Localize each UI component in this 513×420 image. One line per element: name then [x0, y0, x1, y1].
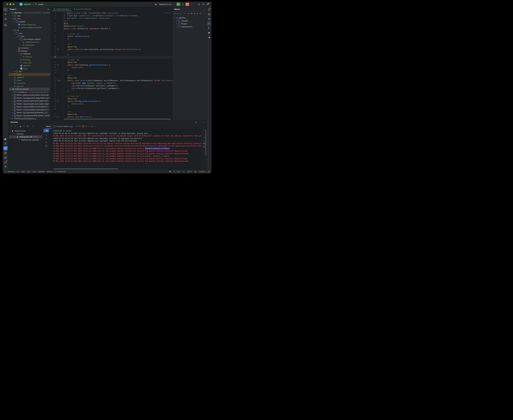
- tree-item-index.html[interactable]: <>index.html: [8, 61, 50, 64]
- code-line-9[interactable]: 9// @WebServlet是一个注解，它告诉服务器这个类是一个Servlet…: [51, 12, 173, 14]
- code-line-24[interactable]: 24@Override: [51, 61, 173, 64]
- more-icon[interactable]: ⋯: [94, 125, 96, 128]
- tree-item-maven-org.junit.jupiter-junit-jupiter-engin[interactable]: ▸Maven: org.junit.jupiter:junit-jupiter-…: [8, 102, 50, 105]
- chevron-collapsed-icon[interactable]: ▸: [9, 118, 11, 119]
- eye-icon[interactable]: ◉: [19, 125, 22, 128]
- tool-database[interactable]: [207, 12, 211, 16]
- code-line-15[interactable]: 15: [51, 30, 173, 32]
- tree-item-webapp[interactable]: ▾webapp: [8, 50, 50, 52]
- breadcrumb-item[interactable]: main: [21, 171, 25, 172]
- tree-item-pom.xml[interactable]: mpom.xml: [8, 85, 50, 88]
- tool-user-help[interactable]: ?: [3, 17, 8, 21]
- tool-terminal[interactable]: [3, 156, 8, 160]
- code-line-37[interactable]: 37↑public String getServletInfo() {: [51, 100, 173, 103]
- refresh-icon[interactable]: ↻: [46, 141, 47, 143]
- tool-maven[interactable]: m: [207, 22, 211, 26]
- deployment-tab[interactable]: ✓ We: [43, 129, 49, 132]
- code-line-23[interactable]: 23: [51, 56, 173, 59]
- tree-item-plugins[interactable]: ▸Plugins: [173, 22, 207, 25]
- editor-tab-pom.xml[interactable]: mpom.xml (WebTest): [73, 7, 93, 11]
- refresh-icon[interactable]: ↻: [174, 12, 176, 15]
- chevron-collapsed-icon[interactable]: ▸: [176, 20, 178, 22]
- tool-structure[interactable]: [3, 23, 8, 27]
- breadcrumb-item[interactable]: com: [33, 171, 36, 172]
- mute-icon[interactable]: ✕: [199, 12, 201, 15]
- code-line-38[interactable]: 38return null;: [51, 103, 173, 105]
- code-line-28[interactable]: 28: [51, 71, 173, 74]
- project-selector[interactable]: WebTest: [24, 3, 31, 5]
- debug-button[interactable]: [181, 3, 185, 6]
- newtab-icon[interactable]: ⊞: [26, 125, 29, 127]
- chevron-collapsed-icon[interactable]: ▸: [11, 94, 14, 96]
- code-inlay-row[interactable]: no usages new *: [51, 59, 173, 61]
- chevron-expanded-icon[interactable]: ▾: [14, 33, 16, 34]
- refresh-icon[interactable]: ↻: [85, 125, 87, 128]
- chevron-collapsed-icon[interactable]: ▸: [11, 109, 14, 110]
- code-line-27[interactable]: 27}: [51, 69, 173, 71]
- code-line-13[interactable]: 13@WebServlet("/test"): [51, 25, 173, 27]
- breadcrumb-item[interactable]: java: [27, 171, 30, 172]
- tool-services[interactable]: [3, 146, 8, 150]
- chevron-expanded-icon[interactable]: ▾: [11, 133, 14, 135]
- chevron-expanded-icon[interactable]: ▾: [11, 30, 14, 31]
- tree-item-icon.png[interactable]: ◦icon.png: [8, 58, 50, 61]
- gutter[interactable]: ↑@: [56, 79, 63, 82]
- tool-commit[interactable]: [3, 12, 8, 16]
- project-panel-title[interactable]: Project: [10, 8, 16, 10]
- breadcrumb-item[interactable]: src: [17, 171, 19, 172]
- editor-tab-testservlet.java[interactable]: CTestServlet.java×: [52, 7, 72, 11]
- code-inlay-row[interactable]: new *: [51, 43, 173, 45]
- code-line-11[interactable]: 11// 在这个例子中, Servlet的名字是test, URL是/test。: [51, 17, 173, 20]
- chevron-expanded-icon[interactable]: ▾: [18, 38, 20, 40]
- gutter[interactable]: ↑: [56, 100, 63, 103]
- trash-icon[interactable]: [203, 146, 205, 148]
- swap-red-icon[interactable]: ⇄: [46, 138, 47, 140]
- tree-item-webtest[interactable]: ▾mWebTest: [173, 16, 207, 19]
- tree-item-webtest-war-exploded[interactable]: ❖WebTest:war exploded✓: [8, 138, 43, 141]
- tree-item-maven-wrapper.jar[interactable]: ⋮⋮maven-wrapper.jar: [8, 23, 50, 26]
- code-line-42[interactable]: 42↑public void destroy() {: [51, 115, 173, 118]
- tree-item-maven-org.apiguardian-apiguardian-api-1[interactable]: ▸Maven: org.apiguardian:apiguardian-api:…: [8, 97, 50, 99]
- indent-config[interactable]: 4 spaces: [199, 171, 205, 172]
- filter-icon[interactable]: ▽: [23, 126, 25, 127]
- project-hscrollbar[interactable]: [20, 119, 37, 120]
- swap-green-icon[interactable]: ⇄: [46, 134, 47, 136]
- caret-position[interactable]: 23:1: [177, 171, 180, 172]
- code-line-26[interactable]: 26return null;: [51, 66, 173, 69]
- code-inlay-row[interactable]: new *: [51, 74, 173, 77]
- chevright-icon[interactable]: ›: [203, 12, 206, 15]
- tool-docker[interactable]: [3, 137, 8, 141]
- copilot-status-icon[interactable]: [194, 171, 196, 172]
- code-inlay-row[interactable]: no usages new *: [51, 95, 173, 97]
- code-line-17[interactable]: 17}: [51, 38, 173, 40]
- chevron-expanded-icon[interactable]: ▾: [16, 36, 18, 37]
- chevron-expanded-icon[interactable]: ▾: [10, 89, 12, 90]
- tree-item-tomcat-10.1.23[interactable]: ▾Tomcat 10.1.23[local]: [9, 135, 42, 138]
- settings-gear-icon[interactable]: ⚙: [206, 3, 209, 6]
- skiptests-icon[interactable]: ∅: [196, 12, 199, 15]
- chevron-collapsed-icon[interactable]: ▸: [11, 103, 14, 105]
- chevron-expanded-icon[interactable]: ▾: [14, 136, 16, 137]
- tool-build[interactable]: [3, 142, 8, 146]
- tree-item-web-inf[interactable]: ▾WEB-INF: [8, 52, 50, 55]
- tree-item--corretto-11-[interactable]: ▸< corretto-11 >/Users/eve/Library/Java/…: [8, 91, 50, 94]
- down-icon[interactable]: ↓: [204, 133, 204, 135]
- code-line-33[interactable]: 33log.info(servletResponse.getClass().ge…: [51, 87, 173, 90]
- chevron-collapsed-icon[interactable]: ▸: [14, 71, 16, 72]
- tree-item-com.example.webtest[interactable]: ▾com.example.webtest: [8, 38, 50, 41]
- tool-notifications-console[interactable]: [ ]: [3, 151, 8, 155]
- collapse-icon[interactable]: ✕: [14, 126, 16, 127]
- chevron-collapsed-icon[interactable]: ▸: [11, 106, 14, 107]
- tree-item-style.css[interactable]: Sstyle.css: [8, 64, 50, 67]
- services-tab-tomcat-catalina-log[interactable]: >_Tomcat Catalina Log: [52, 124, 74, 129]
- close-tab-icon[interactable]: ×: [70, 8, 71, 10]
- chevron-expanded-icon[interactable]: ▾: [9, 130, 11, 131]
- code-line-25[interactable]: 25↑public ServletConfig getServletConfig…: [51, 64, 173, 66]
- tool-copilot-chat[interactable]: [207, 35, 211, 39]
- breadcrumb-item[interactable]: webtest: [47, 171, 52, 172]
- tree-item-maven-jakarta.servlet-jakarta.servlet-api-[interactable]: ▸Maven: jakarta.servlet:jakarta.servlet-…: [8, 94, 50, 97]
- tool-notifications[interactable]: [207, 8, 211, 12]
- tree-item-external-libraries[interactable]: ▾External Libraries: [9, 88, 50, 91]
- tool-copilot[interactable]: [207, 17, 211, 21]
- tree-item-.gitignore[interactable]: ⊘.gitignore: [8, 76, 50, 79]
